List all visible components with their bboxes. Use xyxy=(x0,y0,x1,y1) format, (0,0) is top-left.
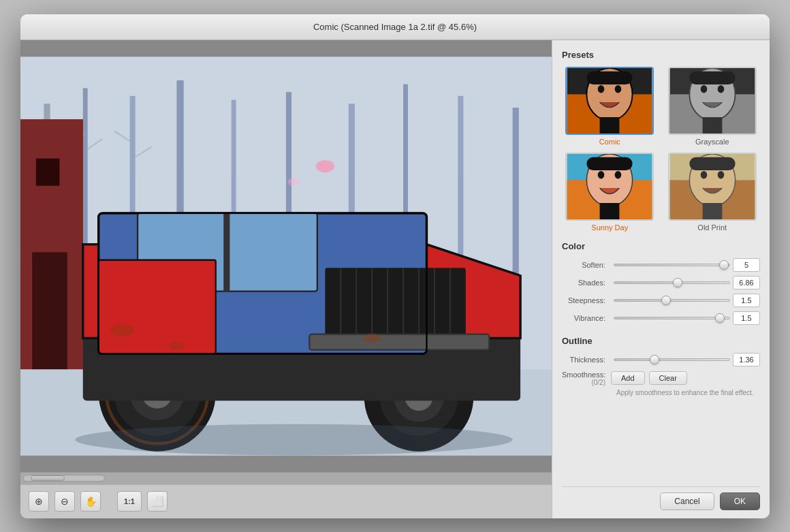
svg-point-97 xyxy=(717,170,724,178)
smoothness-count: (0/2) xyxy=(562,379,605,386)
svg-rect-99 xyxy=(702,203,722,219)
svg-point-81 xyxy=(717,84,724,93)
preset-old-print-label: Old Print xyxy=(697,223,727,232)
svg-rect-39 xyxy=(223,213,230,291)
thickness-value[interactable]: 1.36 xyxy=(733,353,760,366)
left-panel: ⊕ ⊖ ✋ 1:1 ⬜ xyxy=(20,40,552,518)
cancel-button[interactable]: Cancel xyxy=(660,492,714,510)
thickness-row: Thickness: 1.36 xyxy=(562,353,760,366)
shades-slider[interactable] xyxy=(614,281,730,284)
preset-grayscale-label: Grayscale xyxy=(695,138,729,146)
preset-old-print-thumb[interactable] xyxy=(668,153,757,221)
svg-point-73 xyxy=(615,84,622,93)
steepness-label: Steepness: xyxy=(562,296,611,304)
hand-icon: ✋ xyxy=(85,496,97,507)
image-toolbar: ⊕ ⊖ ✋ 1:1 ⬜ xyxy=(20,484,552,518)
shades-value[interactable]: 6.86 xyxy=(733,276,760,290)
svg-point-88 xyxy=(598,170,605,178)
right-panel: Presets xyxy=(552,40,770,518)
svg-point-64 xyxy=(362,333,381,343)
svg-rect-83 xyxy=(702,117,722,134)
svg-rect-11 xyxy=(513,108,519,299)
preset-old-print-image xyxy=(669,154,755,219)
smoothness-row: Smoothness: (0/2) Add Clear xyxy=(562,371,760,386)
vibrance-row: Vibrance: 1.5 xyxy=(562,311,760,325)
window-title: Comic (Scanned Image 1a 2.tif @ 45.6%) xyxy=(313,22,477,32)
preset-grayscale[interactable]: Grayscale xyxy=(665,67,761,146)
preset-comic-thumb[interactable] xyxy=(565,67,654,135)
horizontal-scrollbar[interactable] xyxy=(20,472,552,484)
smoothness-buttons: Add Clear xyxy=(611,371,687,385)
preset-sunny-day-image xyxy=(567,154,652,219)
preview-image xyxy=(20,40,552,472)
soften-label: Soften: xyxy=(562,261,611,269)
svg-rect-21 xyxy=(36,158,59,185)
outline-section-title: Outline xyxy=(562,336,760,346)
steepness-row: Steepness: 1.5 xyxy=(562,294,760,307)
svg-rect-74 xyxy=(587,71,633,84)
scrollbar-thumb[interactable] xyxy=(31,475,65,481)
svg-point-62 xyxy=(110,324,133,336)
preset-comic[interactable]: Comic xyxy=(562,67,658,146)
zoom-out-button[interactable]: ⊖ xyxy=(54,491,75,512)
preset-comic-label: Comic xyxy=(599,138,620,146)
outline-section: Outline Thickness: 1.36 Smoothness: (0/2… xyxy=(562,336,760,405)
svg-rect-20 xyxy=(32,252,67,369)
zoom-in-button[interactable]: ⊕ xyxy=(29,491,49,512)
vibrance-value[interactable]: 1.5 xyxy=(733,311,760,325)
svg-point-65 xyxy=(75,424,512,455)
preset-grayscale-image xyxy=(669,68,755,134)
image-area xyxy=(20,40,552,472)
soften-thumb[interactable] xyxy=(719,260,729,270)
svg-rect-98 xyxy=(689,157,735,170)
add-smoothness-button[interactable]: Add xyxy=(611,371,645,385)
thickness-label: Thickness: xyxy=(562,356,611,364)
zoom-in-icon: ⊕ xyxy=(35,496,43,507)
smoothness-label: Smoothness: xyxy=(562,371,605,379)
preset-sunny-day-label: Sunny Day xyxy=(591,223,628,232)
shades-thumb[interactable] xyxy=(673,278,682,287)
shades-label: Shades: xyxy=(562,279,611,287)
preset-sunny-day[interactable]: Sunny Day xyxy=(562,153,658,232)
svg-point-80 xyxy=(700,84,707,93)
vibrance-thumb[interactable] xyxy=(715,313,725,323)
fit-button[interactable]: ⬜ xyxy=(147,491,168,512)
preset-grayscale-thumb[interactable] xyxy=(668,67,757,135)
svg-rect-59 xyxy=(99,260,216,354)
vibrance-slider[interactable] xyxy=(614,317,730,319)
svg-rect-91 xyxy=(600,203,620,219)
preset-old-print[interactable]: Old Print xyxy=(665,153,761,232)
ratio-1-1-button[interactable]: 1:1 xyxy=(117,491,142,512)
svg-point-63 xyxy=(169,342,185,349)
steepness-thumb[interactable] xyxy=(661,296,671,305)
ok-button[interactable]: OK xyxy=(720,492,760,510)
thickness-thumb[interactable] xyxy=(650,355,659,364)
smoothness-label-container: Smoothness: (0/2) xyxy=(562,371,611,386)
steepness-value[interactable]: 1.5 xyxy=(733,294,760,307)
svg-rect-82 xyxy=(689,71,735,84)
svg-rect-48 xyxy=(325,268,465,338)
color-section-title: Color xyxy=(562,241,760,251)
main-dialog: Comic (Scanned Image 1a 2.tif @ 45.6%) xyxy=(20,14,770,518)
soften-row: Soften: 5 xyxy=(562,258,760,272)
soften-value[interactable]: 5 xyxy=(733,258,760,272)
clear-smoothness-button[interactable]: Clear xyxy=(649,371,687,385)
preset-sunny-day-thumb[interactable] xyxy=(565,153,654,221)
hand-tool-button[interactable]: ✋ xyxy=(80,491,101,512)
svg-rect-75 xyxy=(600,117,620,134)
color-section: Color Soften: 5 Shades: 6.86 xyxy=(562,241,760,329)
thickness-slider[interactable] xyxy=(614,358,730,361)
svg-rect-90 xyxy=(587,157,633,170)
svg-point-67 xyxy=(287,178,300,185)
svg-point-66 xyxy=(316,159,335,172)
dialog-footer: Cancel OK xyxy=(562,486,760,510)
title-bar: Comic (Scanned Image 1a 2.tif @ 45.6%) xyxy=(20,14,770,40)
fit-icon: ⬜ xyxy=(152,496,163,507)
zoom-out-icon: ⊖ xyxy=(61,496,69,507)
steepness-slider[interactable] xyxy=(614,299,730,302)
scrollbar-track[interactable] xyxy=(23,475,105,482)
presets-grid: Comic xyxy=(562,67,760,232)
svg-point-72 xyxy=(598,84,605,93)
svg-point-96 xyxy=(700,170,707,178)
soften-slider[interactable] xyxy=(614,264,730,266)
